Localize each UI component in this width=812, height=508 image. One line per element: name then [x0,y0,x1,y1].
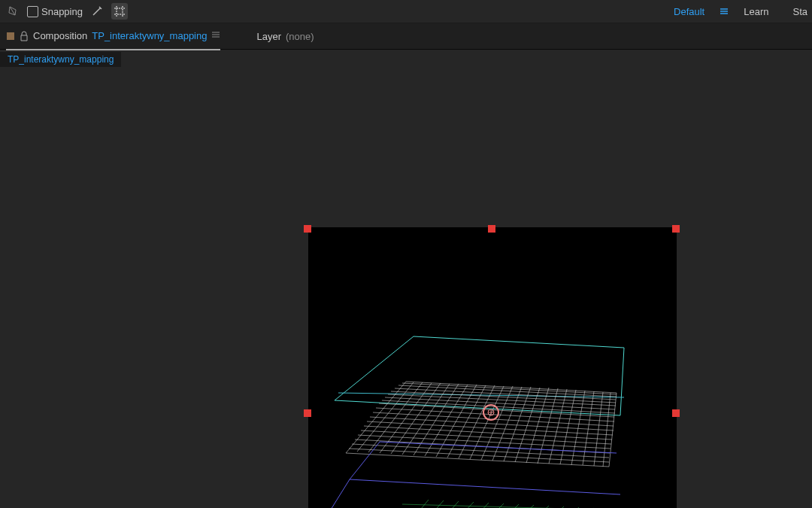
wireframe-plane-blue[interactable] [323,412,677,508]
workspace-tab-label: Default [674,6,704,17]
workspace-tab-default[interactable]: Default [662,0,717,23]
svg-line-52 [462,502,474,508]
svg-line-51 [447,501,459,508]
snap-edge-icon[interactable] [89,3,105,20]
anchor-point-icon[interactable] [483,404,499,421]
lock-icon[interactable] [20,31,29,41]
workspace-tab-label: Learn [744,6,768,17]
selection-handle-top-right[interactable] [672,225,680,233]
layer-panel-tab[interactable]: Layer (none) [256,23,314,49]
composition-panel-tab[interactable]: Composition TP_interaktywny_mapping [6,23,220,50]
workspace-menu-icon[interactable] [717,0,732,23]
svg-rect-0 [117,8,123,14]
selection-handle-mid-left[interactable] [304,409,311,417]
svg-line-20 [395,388,616,400]
flow-item-label: TP_interaktywny_mapping [8,54,114,65]
snapping-checkbox[interactable]: Snapping [27,6,83,17]
pen-tool-icon[interactable] [5,3,21,20]
selection-handle-mid-right[interactable] [672,409,680,417]
selection-handle-top-mid[interactable] [488,225,495,233]
svg-line-19 [391,391,616,403]
top-toolbar: Snapping Default Learn Sta [0,0,812,23]
checkbox-icon [27,6,38,17]
workspace-tab-learn[interactable]: Learn [732,0,780,23]
workspace-tab-label: Sta [792,6,807,17]
solid-icon [6,32,15,41]
svg-line-53 [477,503,489,508]
svg-line-47 [402,504,624,508]
svg-line-46 [350,479,620,494]
workspace-tab-standard[interactable]: Sta [780,0,807,23]
toolbar-left-group: Snapping [5,3,662,20]
composition-tab-label: Composition [33,30,87,41]
composition-name: TP_interaktywny_mapping [92,30,207,41]
layer-tab-label: Layer [256,31,281,42]
svg-line-50 [432,500,444,508]
workspace-switcher: Default Learn Sta [662,0,807,23]
snap-box-icon[interactable] [111,3,128,20]
svg-line-54 [492,503,504,508]
svg-rect-1 [7,32,14,40]
panel-tab-bar: Composition TP_interaktywny_mapping Laye… [0,23,812,50]
svg-line-49 [417,500,429,508]
flow-item-current[interactable]: TP_interaktywny_mapping [0,52,121,67]
layer-none-text: (none) [286,31,314,42]
composition-viewer[interactable] [0,69,812,508]
snapping-label: Snapping [41,6,83,17]
selection-handle-top-left[interactable] [304,225,311,233]
panel-menu-icon[interactable] [211,30,220,41]
grid-plane-green[interactable] [398,498,639,508]
comp-flow-bar: TP_interaktywny_mapping [0,50,812,69]
